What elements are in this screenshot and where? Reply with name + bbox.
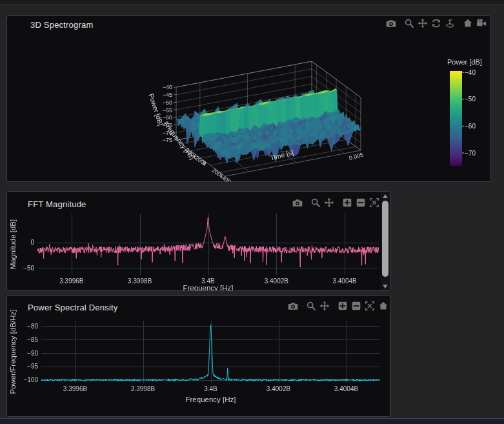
svg-text:z: z xyxy=(450,18,452,21)
panel-3d-spectrogram: 3D Spectrogram z xyxy=(6,15,491,182)
scrollbar-thumb[interactable] xyxy=(382,201,388,277)
panel-power-spectral-density: Power Spectral Density xyxy=(6,295,390,417)
dashboard-root: 3D Spectrogram z FFT Magnitude xyxy=(0,0,504,424)
arrow-up-icon xyxy=(383,194,388,198)
pan-icon[interactable] xyxy=(418,18,428,28)
spectrogram-3d-plot[interactable] xyxy=(7,32,490,181)
reset-camera-home-icon[interactable] xyxy=(463,18,473,28)
scrollbar-up-button[interactable] xyxy=(381,192,390,200)
top-toolbar xyxy=(0,0,504,5)
fft-magnitude-plot[interactable] xyxy=(8,192,380,291)
next-row-panel-edge xyxy=(0,418,504,424)
camera-snapshot-icon[interactable] xyxy=(386,18,396,28)
panel-title-3d-spectrogram: 3D Spectrogram xyxy=(30,20,93,30)
scrollbar-down-button[interactable] xyxy=(381,283,390,290)
turntable-rotation-icon[interactable]: z xyxy=(445,18,455,28)
modebar-3d: z xyxy=(383,18,487,28)
panel-fft-magnitude: FFT Magnitude xyxy=(6,191,390,291)
psd-plot[interactable] xyxy=(8,296,390,417)
orbit-rotation-icon[interactable] xyxy=(431,18,441,28)
reset-camera-last-save-icon[interactable] xyxy=(476,18,487,28)
fft-vertical-scrollbar[interactable] xyxy=(381,192,390,290)
zoom-icon[interactable] xyxy=(404,18,414,28)
arrow-down-icon xyxy=(383,285,388,288)
